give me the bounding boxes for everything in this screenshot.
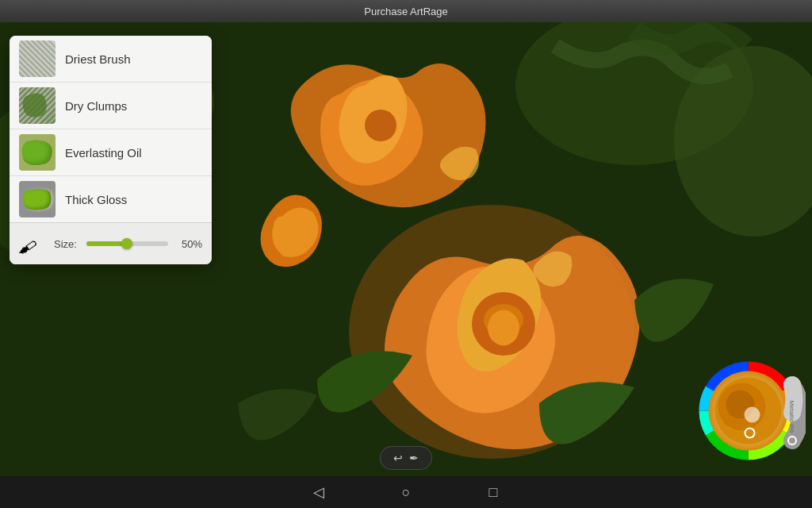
undo-icon[interactable]: ↩ bbox=[393, 452, 403, 464]
metallic-label: Metallic 0% bbox=[788, 401, 795, 433]
brush-item-thick-gloss[interactable]: Thick Gloss bbox=[10, 176, 212, 222]
slider-thumb[interactable] bbox=[121, 238, 132, 249]
size-control: Size: 50% bbox=[10, 222, 212, 264]
nav-bar: ◁ ○ □ bbox=[0, 476, 812, 508]
brush-item-dry-clumps[interactable]: Dry Clumps bbox=[10, 83, 212, 129]
brush-label-dry-clumps: Dry Clumps bbox=[65, 99, 127, 113]
color-wheel-svg: Metallic 0% bbox=[691, 353, 806, 468]
brush-thumb-everlasting-oil bbox=[19, 134, 56, 171]
slider-track bbox=[86, 241, 168, 246]
svg-point-8 bbox=[365, 110, 396, 141]
brush-label-thick-gloss: Thick Gloss bbox=[65, 193, 127, 206]
color-wheel-container[interactable]: Metallic 0% bbox=[691, 353, 806, 468]
brush-label-driest-brush: Driest Brush bbox=[65, 52, 131, 66]
title-text: Purchase ArtRage bbox=[364, 6, 448, 17]
brush-thumb-thick-gloss bbox=[19, 181, 56, 217]
brush-item-driest-brush[interactable]: Driest Brush bbox=[10, 36, 212, 83]
size-label: Size: bbox=[54, 238, 77, 250]
calligraphy-icon[interactable]: ✒ bbox=[409, 452, 419, 464]
brush-list: Driest BrushDry ClumpsEverlasting OilThi… bbox=[10, 36, 212, 222]
back-button[interactable]: ◁ bbox=[307, 480, 331, 504]
brush-tool-icon bbox=[19, 229, 48, 258]
home-button[interactable]: ○ bbox=[394, 480, 418, 504]
brush-label-everlasting-oil: Everlasting Oil bbox=[65, 146, 142, 160]
recent-button[interactable]: □ bbox=[481, 480, 505, 504]
size-slider-container[interactable] bbox=[86, 236, 168, 252]
brush-panel: Driest BrushDry ClumpsEverlasting OilThi… bbox=[10, 36, 212, 264]
toolbar-pill[interactable]: ↩ ✒ bbox=[380, 446, 432, 470]
center-toolbar[interactable]: ↩ ✒ bbox=[380, 446, 432, 470]
title-bar: Purchase ArtRage bbox=[0, 0, 812, 22]
brush-thumb-dry-clumps bbox=[19, 87, 56, 124]
brush-thumb-driest-brush bbox=[19, 40, 56, 77]
svg-point-13 bbox=[745, 407, 760, 423]
size-percent: 50% bbox=[174, 238, 202, 250]
brush-item-everlasting-oil[interactable]: Everlasting Oil bbox=[10, 129, 212, 176]
